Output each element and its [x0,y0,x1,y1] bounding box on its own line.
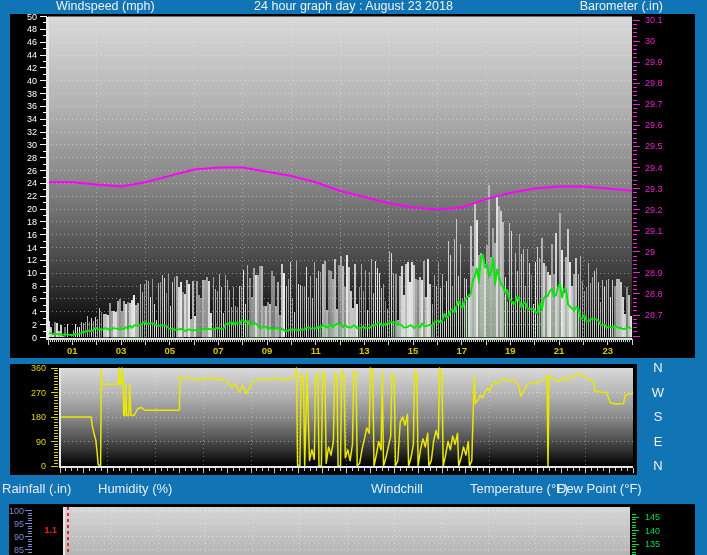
windchill-section-label: Windchill [371,481,423,496]
svg-text:30.1: 30.1 [645,15,663,25]
svg-text:05: 05 [164,345,175,356]
svg-text:85: 85 [14,545,24,555]
svg-text:145: 145 [645,512,660,522]
charts-canvas: 0246810121416182022242628303234363840424… [0,0,707,555]
svg-text:29.9: 29.9 [645,57,663,67]
svg-text:01: 01 [67,345,78,356]
svg-text:07: 07 [213,345,224,356]
rainfall-section-label: Rainfall (.in) [2,481,71,496]
svg-text:23: 23 [602,345,613,356]
compass-label-n: N [651,360,665,375]
temperature-section-label: Temperature (°F) [470,481,568,496]
svg-text:28.8: 28.8 [645,289,663,299]
compass-label-n2: N [651,458,665,473]
svg-text:13: 13 [359,345,370,356]
windspeed-axis: 0246810121416182022242628303234363840424… [27,12,47,343]
svg-text:29: 29 [645,247,655,257]
svg-text:48: 48 [27,24,37,34]
svg-text:44: 44 [27,50,37,60]
svg-text:0: 0 [32,333,37,343]
svg-text:46: 46 [27,37,37,47]
hour-axis: 010305070911131517192123 [48,339,632,356]
svg-text:20: 20 [27,204,37,214]
svg-text:29.7: 29.7 [645,99,663,109]
svg-text:4: 4 [32,307,37,317]
svg-text:30: 30 [645,36,655,46]
svg-text:135: 135 [645,539,660,549]
wind-direction-chart [59,368,633,467]
svg-text:8: 8 [32,281,37,291]
svg-text:29.8: 29.8 [645,78,663,88]
svg-text:19: 19 [505,345,516,356]
svg-text:12: 12 [27,255,37,265]
svg-text:17: 17 [456,345,467,356]
svg-text:18: 18 [27,217,37,227]
svg-text:21: 21 [554,345,565,356]
svg-text:2: 2 [32,320,37,330]
barometer-title: Barometer (.in) [580,0,663,14]
svg-text:42: 42 [27,63,37,73]
svg-text:38: 38 [27,89,37,99]
svg-text:100: 100 [9,506,24,516]
humidity-axis: 100959085 [9,506,32,555]
windspeed-barometer-chart [46,17,632,340]
svg-text:6: 6 [32,294,37,304]
svg-text:03: 03 [116,345,127,356]
svg-text:95: 95 [14,519,24,529]
svg-text:22: 22 [27,191,37,201]
svg-text:11: 11 [311,345,322,356]
clipped-next-chart [64,507,631,555]
svg-text:28.9: 28.9 [645,268,663,278]
weather-graph-window: 0246810121416182022242628303234363840424… [0,0,707,555]
compass-label-w: W [651,385,665,400]
svg-text:140: 140 [645,526,660,536]
svg-text:24: 24 [27,178,37,188]
svg-text:16: 16 [27,230,37,240]
humidity-section-label: Humidity (%) [98,481,172,496]
svg-text:14: 14 [27,243,37,253]
svg-text:0: 0 [41,461,46,471]
svg-text:29.4: 29.4 [645,163,663,173]
svg-text:28.7: 28.7 [645,310,663,320]
dewpoint-section-label: Dew Point (°F) [557,481,642,496]
svg-text:180: 180 [31,412,46,422]
svg-text:360: 360 [31,363,46,373]
svg-text:29.6: 29.6 [645,120,663,130]
svg-text:1.1: 1.1 [44,525,57,535]
compass-label-e: E [651,434,665,449]
svg-text:40: 40 [27,76,37,86]
svg-text:26: 26 [27,166,37,176]
svg-text:90: 90 [14,532,24,542]
svg-text:29.5: 29.5 [645,141,663,151]
svg-text:90: 90 [36,437,46,447]
svg-text:34: 34 [27,114,37,124]
svg-text:30: 30 [27,140,37,150]
svg-text:32: 32 [27,127,37,137]
svg-text:270: 270 [31,388,46,398]
svg-text:29.1: 29.1 [645,226,663,236]
svg-text:29.3: 29.3 [645,184,663,194]
svg-text:36: 36 [27,101,37,111]
compass-label-s: S [651,409,665,424]
temperature-axis: 145140135130 [632,512,660,555]
svg-text:29.2: 29.2 [645,205,663,215]
svg-text:10: 10 [27,268,37,278]
svg-text:09: 09 [262,345,273,356]
svg-text:28: 28 [27,153,37,163]
barometer-axis: 28.728.828.92929.129.229.329.429.529.629… [633,15,663,336]
svg-text:15: 15 [408,345,419,356]
